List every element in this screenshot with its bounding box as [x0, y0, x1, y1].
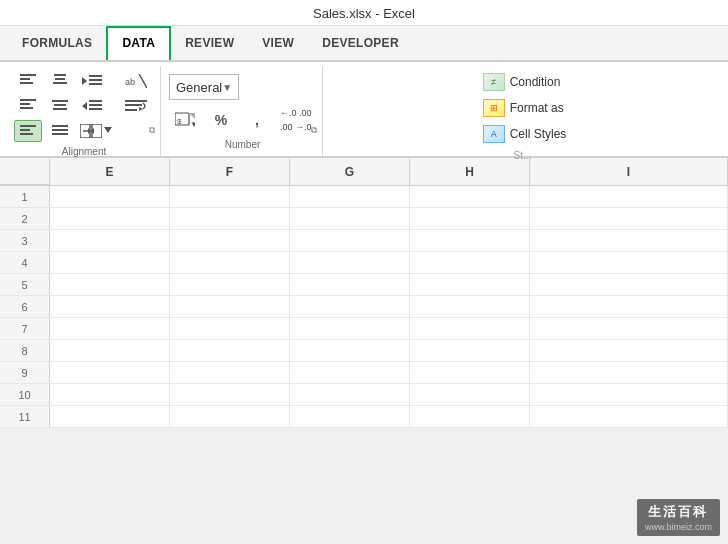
- table-cell[interactable]: [50, 406, 170, 427]
- comma-btn[interactable]: ,: [241, 109, 273, 131]
- align-top-center-btn[interactable]: [46, 70, 74, 92]
- table-cell[interactable]: [530, 406, 728, 427]
- svg-rect-10: [55, 78, 65, 80]
- decimal-increase-btn[interactable]: ←.0 .00: [277, 107, 315, 120]
- table-cell[interactable]: [50, 252, 170, 273]
- table-cell[interactable]: [530, 230, 728, 251]
- svg-rect-37: [125, 109, 137, 111]
- wrap-text-btn[interactable]: [118, 95, 154, 117]
- table-cell[interactable]: [290, 384, 410, 405]
- table-cell[interactable]: [410, 230, 530, 251]
- table-cell[interactable]: [410, 252, 530, 273]
- currency-btn[interactable]: $ ▼: [169, 109, 201, 131]
- align-center2-btn[interactable]: [46, 120, 74, 142]
- tab-data[interactable]: DATA: [106, 26, 171, 60]
- table-cell[interactable]: [170, 406, 290, 427]
- svg-rect-21: [89, 83, 102, 85]
- cell-styles-btn[interactable]: A Cell Styles: [479, 122, 571, 146]
- align-center-left-btn[interactable]: [14, 95, 42, 117]
- table-cell[interactable]: [290, 318, 410, 339]
- table-cell[interactable]: [290, 296, 410, 317]
- svg-rect-8: [20, 133, 33, 135]
- table-cell[interactable]: [290, 340, 410, 361]
- table-cell[interactable]: [530, 252, 728, 273]
- cell-styles-label: Cell Styles: [510, 127, 567, 141]
- align-center-btn[interactable]: [46, 95, 74, 117]
- table-cell[interactable]: [530, 274, 728, 295]
- table-cell[interactable]: [50, 362, 170, 383]
- percent-btn[interactable]: %: [205, 109, 237, 131]
- number-expand-icon[interactable]: ⧉: [308, 124, 320, 136]
- table-cell[interactable]: [50, 340, 170, 361]
- table-cell[interactable]: [170, 362, 290, 383]
- table-cell[interactable]: [50, 296, 170, 317]
- svg-line-33: [139, 74, 147, 88]
- table-cell[interactable]: [530, 384, 728, 405]
- table-cell[interactable]: [50, 274, 170, 295]
- table-cell[interactable]: [50, 208, 170, 229]
- svg-text:▼: ▼: [190, 120, 195, 129]
- table-cell[interactable]: [170, 296, 290, 317]
- table-cell[interactable]: [290, 362, 410, 383]
- table-cell[interactable]: [170, 186, 290, 207]
- table-cell[interactable]: [170, 230, 290, 251]
- indent-decrease-btn[interactable]: [78, 70, 106, 92]
- cell-style-icon: A: [483, 125, 505, 143]
- table-cell[interactable]: [530, 208, 728, 229]
- table-cell[interactable]: [530, 340, 728, 361]
- number-format-dropdown[interactable]: General ▼: [169, 74, 239, 100]
- table-cell[interactable]: [170, 274, 290, 295]
- table-cell[interactable]: [290, 208, 410, 229]
- table-cell[interactable]: [410, 274, 530, 295]
- table-cell[interactable]: [50, 384, 170, 405]
- table-cell[interactable]: [290, 252, 410, 273]
- table-cell[interactable]: [50, 230, 170, 251]
- table-cell[interactable]: [530, 318, 728, 339]
- conditional-formatting-btn[interactable]: ≠ Condition: [479, 70, 571, 94]
- row-number: 8: [0, 340, 50, 361]
- table-cell[interactable]: [410, 296, 530, 317]
- table-cell[interactable]: [170, 252, 290, 273]
- table-cell[interactable]: [410, 186, 530, 207]
- table-cell[interactable]: [290, 406, 410, 427]
- format-as-table-btn[interactable]: ⊞ Format as: [479, 96, 571, 120]
- wrap-orientation: ab: [118, 70, 154, 117]
- table-row: 9: [0, 362, 728, 384]
- number-group: General ▼ $ ▼ % ,: [163, 66, 323, 156]
- table-cell[interactable]: [170, 208, 290, 229]
- align-left-btn[interactable]: [14, 120, 42, 142]
- table-cell[interactable]: [410, 406, 530, 427]
- orientation-btn[interactable]: ab: [118, 70, 154, 92]
- table-cell[interactable]: [530, 296, 728, 317]
- table-row: 10: [0, 384, 728, 406]
- tab-view[interactable]: VIEW: [248, 26, 308, 60]
- table-cell[interactable]: [410, 340, 530, 361]
- table-cell[interactable]: [170, 340, 290, 361]
- table-cell[interactable]: [50, 186, 170, 207]
- table-cell[interactable]: [530, 362, 728, 383]
- align-top-left-btn[interactable]: [14, 70, 42, 92]
- number-format-value: General: [176, 80, 222, 95]
- col-header-f[interactable]: F: [170, 158, 290, 185]
- table-cell[interactable]: [170, 318, 290, 339]
- table-cell[interactable]: [410, 208, 530, 229]
- table-cell[interactable]: [530, 186, 728, 207]
- number-buttons-row: $ ▼ % , ←.0 .00 .00 →.0: [169, 107, 315, 134]
- tab-developer[interactable]: DEVELOPER: [308, 26, 413, 60]
- number-group-label: Number: [169, 137, 316, 154]
- table-cell[interactable]: [290, 186, 410, 207]
- table-cell[interactable]: [290, 230, 410, 251]
- table-cell[interactable]: [170, 384, 290, 405]
- table-cell[interactable]: [410, 318, 530, 339]
- merge-cells-btn[interactable]: [78, 120, 114, 142]
- tab-formulas[interactable]: FORMULAS: [8, 26, 106, 60]
- table-row: 3: [0, 230, 728, 252]
- tab-review[interactable]: REVIEW: [171, 26, 248, 60]
- table-cell[interactable]: [410, 362, 530, 383]
- table-cell[interactable]: [410, 384, 530, 405]
- indent-increase-btn[interactable]: [78, 95, 106, 117]
- table-cell[interactable]: [290, 274, 410, 295]
- svg-rect-2: [20, 82, 33, 84]
- table-cell[interactable]: [50, 318, 170, 339]
- alignment-expand-icon[interactable]: ⧉: [146, 124, 158, 136]
